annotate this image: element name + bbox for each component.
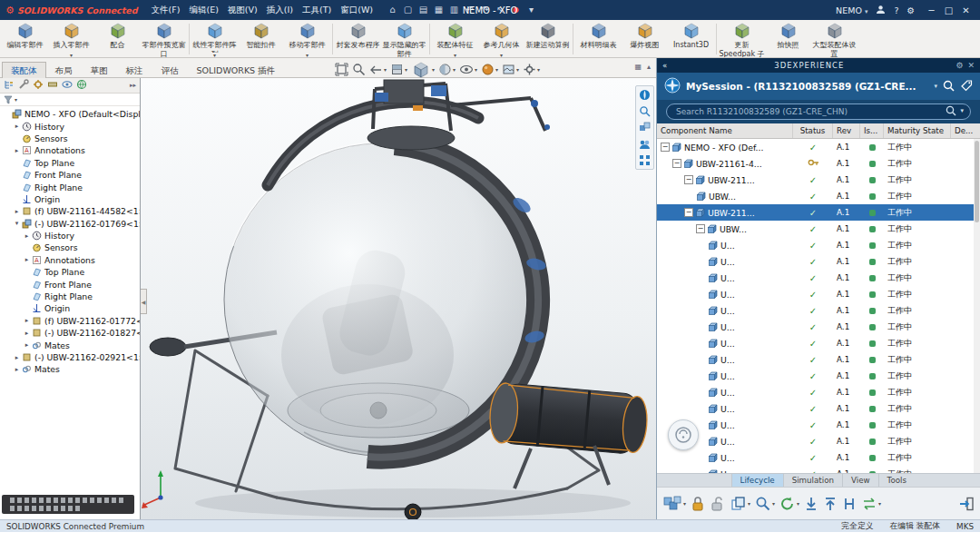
table-row[interactable]: −UBW-21161-4...A.1工作中 <box>657 155 980 172</box>
tab-评估[interactable]: 评估 <box>152 62 188 78</box>
dx-collaborate-icon[interactable] <box>638 137 652 151</box>
ribbon-button-16[interactable]: 拍快照 <box>765 21 811 57</box>
dx-apps-icon[interactable] <box>638 153 652 167</box>
dx-lifecycle-icon[interactable] <box>638 121 652 134</box>
tree-expander-icon[interactable]: ▸ <box>13 354 21 361</box>
table-row[interactable]: −UBW...✓A.1工作中 <box>657 221 980 237</box>
tree-item[interactable]: ▸(-) UBW-21162-02921<1> (Def... <box>0 351 140 363</box>
tree-item[interactable]: ▸History <box>0 230 140 242</box>
table-row[interactable]: U...✓A.1工作中 <box>657 270 980 286</box>
footer-tab-lifecycle[interactable]: Lifecycle <box>731 474 783 487</box>
new-document-icon[interactable]: ▢ <box>401 4 415 16</box>
table-row[interactable]: UBW...✓A.1工作中 <box>657 188 980 204</box>
ribbon-button-9[interactable]: 装配体特征▾ <box>432 21 478 57</box>
search-options-chevron-icon[interactable]: ▾ <box>960 107 964 114</box>
print-icon[interactable]: ▥ <box>447 4 461 16</box>
ribbon-button-10[interactable]: 参考几何体▾ <box>478 21 524 57</box>
table-row[interactable]: U...✓A.1工作中 <box>657 286 980 302</box>
table-row[interactable]: −UBW-211...✓A.1工作中 <box>657 172 980 188</box>
panel-settings-icon[interactable]: ⚙ <box>956 61 963 70</box>
unlock-icon[interactable] <box>708 490 728 518</box>
component-actions-icon[interactable]: ▾ <box>661 490 688 518</box>
tree-expander-icon[interactable]: ▸ <box>13 147 21 154</box>
ribbon-button-5[interactable]: 智能扣件 <box>238 21 284 57</box>
tree-item[interactable]: Sensors <box>0 133 140 144</box>
section-view-icon[interactable]: ▾ <box>389 62 408 77</box>
ribbon-button-13[interactable]: 爆炸视图 <box>622 21 668 57</box>
ribbon-button-2[interactable]: 配合 <box>94 21 141 57</box>
transfer-icon[interactable]: ▾ <box>859 490 883 518</box>
tree-filter-bar[interactable]: ▾ <box>0 94 140 106</box>
table-row[interactable]: U...✓A.1工作中 <box>657 302 980 319</box>
tab-装配体[interactable]: 装配体 <box>2 62 46 78</box>
row-expander-icon[interactable]: − <box>696 224 705 233</box>
apply-scene-icon[interactable]: ▾ <box>501 62 520 77</box>
cef-pane-icon[interactable] <box>76 79 87 92</box>
table-row[interactable]: U...✓A.1工作中 <box>657 319 980 335</box>
3dexperience-compass-icon[interactable] <box>664 77 681 95</box>
tab-草图[interactable]: 草图 <box>82 62 117 78</box>
ribbon-button-15[interactable]: 更新 Speedpak 子装配体 <box>719 21 765 57</box>
tree-expander-icon[interactable]: ▸ <box>13 123 21 130</box>
assistant-bubble[interactable] <box>668 419 699 450</box>
explore-icon[interactable]: ▾ <box>753 490 777 518</box>
featuremanager-expand-icon[interactable]: ▸▸ <box>130 82 136 89</box>
table-row[interactable]: U...✓A.1工作中 <box>657 417 980 433</box>
footer-tab-tools[interactable]: Tools <box>878 474 915 487</box>
tree-item[interactable]: Right Plane <box>0 291 140 302</box>
featuremanager-tab-icon[interactable] <box>4 79 15 92</box>
zoom-area-icon[interactable] <box>351 62 367 77</box>
table-row[interactable]: U...✓A.1工作中 <box>657 368 980 384</box>
table-row[interactable]: U...✓A.1工作中 <box>657 433 980 449</box>
tree-expander-icon[interactable]: ▸ <box>23 232 31 240</box>
tab-布局[interactable]: 布局 <box>46 62 82 78</box>
dimxpertmanager-tab-icon[interactable] <box>47 79 58 92</box>
tree-item[interactable]: Front Plane <box>0 169 140 181</box>
session-search-icon[interactable] <box>943 80 955 94</box>
panel-collapse-handle[interactable]: ◀ <box>141 289 147 314</box>
tree-expander-icon[interactable]: ▸ <box>23 256 31 263</box>
session-chevron-icon[interactable]: ▾ <box>934 83 937 90</box>
help-icon[interactable]: ? <box>894 5 898 15</box>
footer-tab-view[interactable]: View <box>842 474 878 487</box>
tree-expander-icon[interactable]: ▾ <box>13 220 21 227</box>
tree-expander-icon[interactable]: ▸ <box>13 208 21 215</box>
view-settings-icon[interactable]: ▾ <box>522 62 541 77</box>
column-header-3[interactable]: Is... <box>860 123 884 138</box>
ribbon-button-17[interactable]: 大型装配体设置 <box>811 21 858 57</box>
tree-item[interactable]: Origin <box>0 193 140 205</box>
column-header-1[interactable]: Status <box>793 123 833 138</box>
column-header-0[interactable]: Component Name <box>657 123 793 138</box>
menu-item-1[interactable]: 编辑(E) <box>184 3 222 18</box>
dx-search-icon[interactable] <box>638 104 652 118</box>
home-icon[interactable]: ⌂ <box>386 4 399 16</box>
lock-icon[interactable] <box>689 490 707 518</box>
displaymanager-tab-icon[interactable] <box>62 79 73 92</box>
tree-item[interactable]: Sensors <box>0 242 140 253</box>
panel-close-icon[interactable]: ✕ <box>967 61 975 70</box>
promote-icon[interactable] <box>821 490 839 518</box>
tree-item[interactable]: ▸(-) UBW-21162-01827<1> (... <box>0 327 140 339</box>
tab-标注[interactable]: 标注 <box>117 62 152 78</box>
settings-icon[interactable]: ⚙ <box>906 5 915 15</box>
table-row[interactable]: U...✓A.1工作中 <box>657 400 980 417</box>
zoom-fit-icon[interactable] <box>334 62 349 77</box>
table-row[interactable]: U...✓A.1工作中 <box>657 351 980 368</box>
tree-expander-icon[interactable]: ▸ <box>23 341 31 349</box>
tree-item[interactable]: NEMO - XFO (Default<Display Sta... <box>0 108 140 120</box>
tree-item[interactable]: ▾(-) UBW-21162-01769<1> (Def... <box>0 218 140 230</box>
tree-item[interactable]: ▸Mates <box>0 363 140 375</box>
ribbon-button-14[interactable]: Instant3D <box>668 21 714 57</box>
table-row[interactable]: U...✓A.1工作中 <box>657 237 980 253</box>
tree-expander-icon[interactable]: ▸ <box>13 366 21 373</box>
tree-expander-icon[interactable]: ▸ <box>23 317 31 324</box>
collapse-ribbon-icon[interactable]: ▴ <box>647 63 651 71</box>
table-row[interactable]: U...✓A.1工作中 <box>657 253 980 270</box>
maximize-button[interactable]: □ <box>940 5 957 15</box>
search-icon[interactable] <box>946 105 956 116</box>
ribbon-button-7[interactable]: 封套发布程序 <box>335 21 381 57</box>
ribbon-button-12[interactable]: 材料明细表 <box>575 21 622 57</box>
footer-tab-simulation[interactable]: Simulation <box>783 474 842 487</box>
display-style-icon[interactable]: ▾ <box>437 62 456 77</box>
ribbon-button-4[interactable]: 线性零部件阵列▾ <box>191 21 238 57</box>
